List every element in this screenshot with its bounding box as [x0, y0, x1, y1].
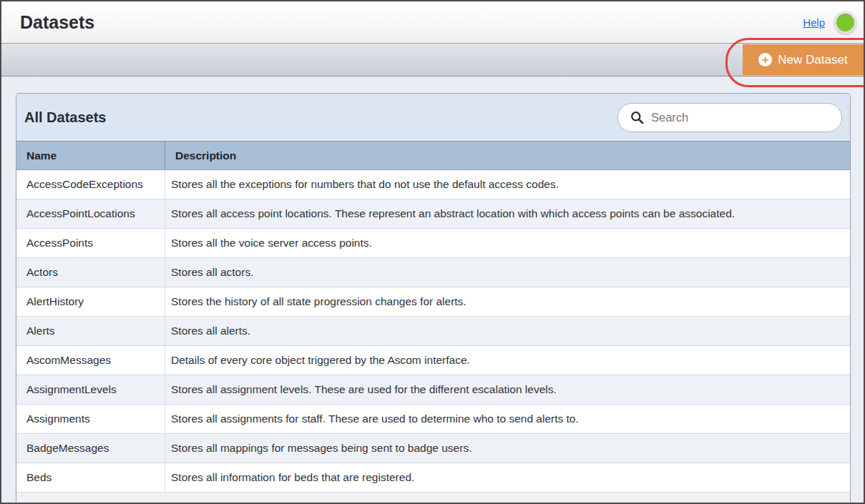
table-row[interactable]: AlertHistory Stores the history of all s… — [16, 287, 850, 317]
dataset-name: AccessCodeExceptions — [16, 170, 165, 199]
table-row[interactable]: AscomMessages Details of every core obje… — [16, 346, 850, 375]
dataset-name: AccessPoints — [16, 229, 165, 257]
dataset-description: Stores all the voice server access point… — [165, 229, 850, 257]
dataset-name: Beds — [16, 463, 165, 492]
dataset-name: AscomMessages — [16, 346, 165, 375]
table-row[interactable]: BadgeMessages Stores all mappings for me… — [16, 434, 850, 463]
dataset-description: Stores all assignment levels. These are … — [165, 375, 850, 404]
all-datasets-panel: All Datasets Name Description AccessCode… — [16, 93, 851, 504]
search-input[interactable] — [651, 111, 841, 124]
dataset-name: AlertHistory — [16, 287, 165, 316]
dataset-name: Assignments — [16, 405, 165, 433]
table-row[interactable]: AssignmentLevels Stores all assignment l… — [16, 375, 850, 405]
column-header-description[interactable]: Description — [165, 142, 850, 169]
dataset-description: Stores all actors. — [165, 258, 850, 287]
table-row[interactable]: Actors Stores all actors. — [16, 258, 850, 287]
toolbar: + New Dataset — [1, 44, 864, 76]
page-title: Datasets — [20, 12, 94, 33]
new-dataset-button[interactable]: + New Dataset — [743, 44, 864, 75]
search-icon — [630, 111, 644, 124]
header-right: Help — [803, 11, 856, 34]
dataset-name: Alerts — [16, 317, 165, 345]
help-link[interactable]: Help — [803, 16, 825, 29]
table-row[interactable]: AccessCodeExceptions Stores all the exce… — [16, 170, 850, 199]
plus-icon: + — [758, 53, 772, 66]
dataset-name: BadgeMessages — [16, 434, 165, 463]
dataset-description: Stores all mappings for messages being s… — [165, 434, 850, 463]
dataset-description: Stores all assignments for staff. These … — [165, 405, 850, 433]
column-header-name[interactable]: Name — [16, 142, 165, 169]
table-header-row: Name Description — [16, 142, 850, 170]
app-window: Datasets Help + New Dataset All Datasets — [0, 0, 865, 504]
dataset-description: Stores all the exceptions for numbers th… — [165, 170, 850, 199]
dataset-name: AssignmentLevels — [16, 375, 165, 404]
page-header: Datasets Help — [1, 1, 864, 44]
dataset-description: Details of every core object triggered b… — [165, 346, 850, 375]
table-row[interactable]: AccessPointLocations Stores all access p… — [16, 199, 850, 229]
table-row[interactable]: Alerts Stores all alerts. — [16, 317, 850, 346]
table-row[interactable]: Assignments Stores all assignments for s… — [16, 405, 850, 434]
new-dataset-button-label: New Dataset — [778, 53, 847, 67]
search-box[interactable] — [617, 103, 842, 132]
dataset-description: Stores all information for beds that are… — [165, 463, 850, 492]
table-row[interactable]: Beds Stores all information for beds tha… — [16, 463, 850, 493]
panel-title: All Datasets — [24, 109, 107, 126]
table-row[interactable]: AccessPoints Stores all the voice server… — [16, 229, 850, 258]
dataset-name: AccessPointLocations — [16, 199, 165, 228]
dataset-description: Stores the history of all state progress… — [165, 287, 850, 316]
table-row-partial — [16, 493, 850, 504]
status-indicator-green-icon — [834, 11, 856, 34]
dataset-description: Stores all alerts. — [165, 317, 850, 345]
panel-header: All Datasets — [16, 94, 850, 142]
dataset-description: Stores all access point locations. These… — [165, 199, 850, 228]
dataset-name: Actors — [16, 258, 165, 287]
